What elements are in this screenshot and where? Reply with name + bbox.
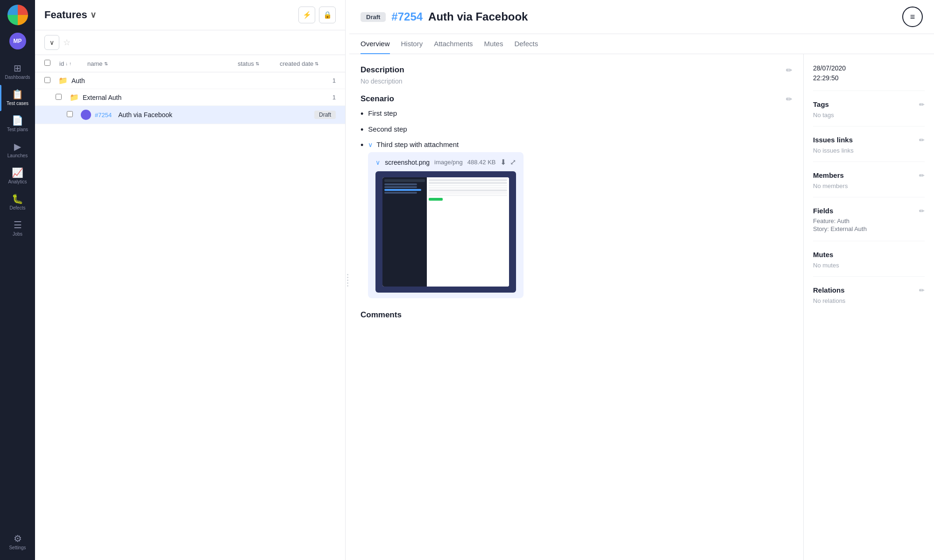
resize-dot [347, 277, 348, 278]
issues-links-edit-button[interactable]: ✏ [919, 136, 925, 144]
sidebar-item-jobs[interactable]: ☰ Jobs [0, 216, 35, 242]
col-status-label: status [238, 60, 254, 67]
user-avatar[interactable]: MP [9, 33, 26, 49]
mutes-header: Mutes [813, 251, 925, 259]
step-text: First step [368, 109, 397, 117]
sidebar-item-label: Analytics [8, 179, 27, 185]
row-checkbox[interactable] [56, 94, 62, 100]
step-bullet: • [361, 140, 363, 151]
tab-label: Attachments [434, 40, 473, 48]
fields-edit-button[interactable]: ✏ [919, 207, 925, 215]
attachment-preview [375, 171, 516, 293]
members-value: No members [813, 182, 848, 189]
attachment-size: 488.42 KB [467, 159, 496, 166]
sidebar-item-label: Test plans [7, 127, 28, 133]
tab-attachments[interactable]: Attachments [434, 34, 473, 54]
story-label: Story: [813, 225, 829, 232]
test-case-id: #7254 [95, 112, 112, 119]
sort-asc-icon: ↑ [69, 61, 71, 66]
launches-icon: ▶ [14, 142, 21, 151]
table-body: 📁 Auth 1 📁 External Auth 1 #7254 Auth vi… [35, 72, 345, 124]
lock-button[interactable]: 🔒 [319, 7, 336, 23]
row-checkbox-wrapper [67, 111, 77, 119]
table-row[interactable]: 📁 Auth 1 [35, 72, 345, 89]
row-checkbox[interactable] [67, 111, 73, 117]
title-dropdown-icon[interactable]: ∨ [90, 10, 96, 20]
column-header-status[interactable]: status ⇅ [238, 60, 280, 67]
sidebar-item-defects[interactable]: 🐛 Defects [0, 189, 35, 216]
sidebar-item-label: Launches [7, 153, 28, 159]
settings-icon: ⚙ [14, 534, 22, 543]
tab-label: Overview [361, 40, 390, 48]
right-sidebar: 28/07/2020 22:29:50 Tags ✏ No tags Issue… [803, 54, 934, 560]
members-edit-button[interactable]: ✏ [919, 172, 925, 179]
mutes-section: Mutes No mutes [813, 251, 925, 277]
mutes-value: No mutes [813, 262, 839, 269]
table-row[interactable]: 📁 External Auth 1 [35, 89, 345, 106]
sidebar-item-label: Dashboards [5, 75, 30, 80]
tab-history[interactable]: History [401, 34, 423, 54]
checkbox-all[interactable] [44, 60, 50, 66]
profile-menu-button[interactable]: ≡ [902, 7, 923, 27]
sidebar-item-test-cases[interactable]: 📋 Test cases [0, 85, 35, 111]
column-header-name[interactable]: name ⇅ [87, 60, 238, 67]
story-field: Story: External Auth [813, 225, 925, 232]
description-section-header: Description ✏ [361, 65, 792, 75]
dropdown-button[interactable]: ∨ [44, 35, 59, 50]
resize-handle[interactable] [346, 0, 349, 560]
sidebar-item-label: Jobs [13, 231, 22, 237]
sort-date-icon: ⇅ [315, 61, 318, 66]
column-header-id[interactable]: id ↓ ↑ [59, 60, 87, 67]
test-case-row[interactable]: #7254 Auth via Facebook Draft [35, 106, 345, 124]
step-text: Third step with attachment [376, 140, 459, 148]
tags-edit-button[interactable]: ✏ [919, 101, 925, 108]
relations-edit-button[interactable]: ✏ [919, 287, 925, 294]
tab-overview[interactable]: Overview [361, 34, 390, 54]
description-edit-button[interactable]: ✏ [786, 66, 792, 75]
tags-title: Tags [813, 100, 829, 108]
step-text: Second step [368, 125, 407, 133]
header-actions: ⚡ 🔒 [298, 7, 336, 23]
tags-header: Tags ✏ [813, 100, 925, 108]
test-plans-icon: 📄 [12, 116, 23, 125]
user-avatar-small [81, 110, 91, 120]
attachment-toggle-button[interactable]: ∨ [375, 159, 380, 166]
step-toggle-icon[interactable]: ∨ [368, 141, 373, 148]
tab-defects[interactable]: Defects [514, 34, 538, 54]
sidebar-item-settings[interactable]: ⚙ Settings [0, 529, 35, 555]
sidebar-item-launches[interactable]: ▶ Launches [0, 137, 35, 163]
mutes-title: Mutes [813, 251, 833, 259]
step-bullet: • [361, 125, 363, 135]
row-checkbox[interactable] [44, 77, 50, 83]
fields-section: Fields ✏ Feature: Auth Story: External A… [813, 207, 925, 241]
expand-icon[interactable]: ⤢ [510, 158, 516, 167]
sidebar-item-label: Defects [10, 205, 26, 211]
row-checkbox-wrapper [56, 94, 66, 101]
select-all-checkbox[interactable] [44, 60, 59, 67]
description-value: No description [361, 77, 792, 85]
folder-icon: 📁 [58, 76, 68, 85]
tags-section: Tags ✏ No tags [813, 100, 925, 126]
issues-links-header: Issues links ✏ [813, 136, 925, 144]
feature-field: Feature: Auth [813, 217, 925, 224]
sidebar-item-analytics[interactable]: 📈 Analytics [0, 163, 35, 189]
attachment-header: ∨ screenshot.png image/png 488.42 KB ⬇ ⤢ [375, 158, 516, 167]
step-bullet: • [361, 109, 363, 119]
preview-inner [375, 171, 516, 293]
tab-mutes[interactable]: Mutes [484, 34, 503, 54]
col-name-label: name [87, 60, 103, 67]
group-name: Auth [71, 77, 329, 84]
attachment-name: screenshot.png [385, 159, 430, 166]
column-header-created-date[interactable]: created date ⇅ [280, 60, 336, 67]
tab-label: Mutes [484, 40, 503, 48]
subgroup-name: External Auth [83, 94, 329, 101]
app-logo[interactable] [7, 5, 28, 25]
folder-icon: 📁 [70, 93, 79, 102]
filter-button[interactable]: ⚡ [298, 7, 315, 23]
sidebar-item-test-plans[interactable]: 📄 Test plans [0, 111, 35, 137]
scenario-edit-button[interactable]: ✏ [786, 95, 792, 104]
content-area: Description ✏ No description Scenario ✏ … [349, 54, 934, 560]
sidebar-item-dashboards[interactable]: ⊞ Dashboards [0, 59, 35, 85]
download-icon[interactable]: ⬇ [500, 158, 506, 167]
star-icon[interactable]: ☆ [63, 37, 71, 48]
